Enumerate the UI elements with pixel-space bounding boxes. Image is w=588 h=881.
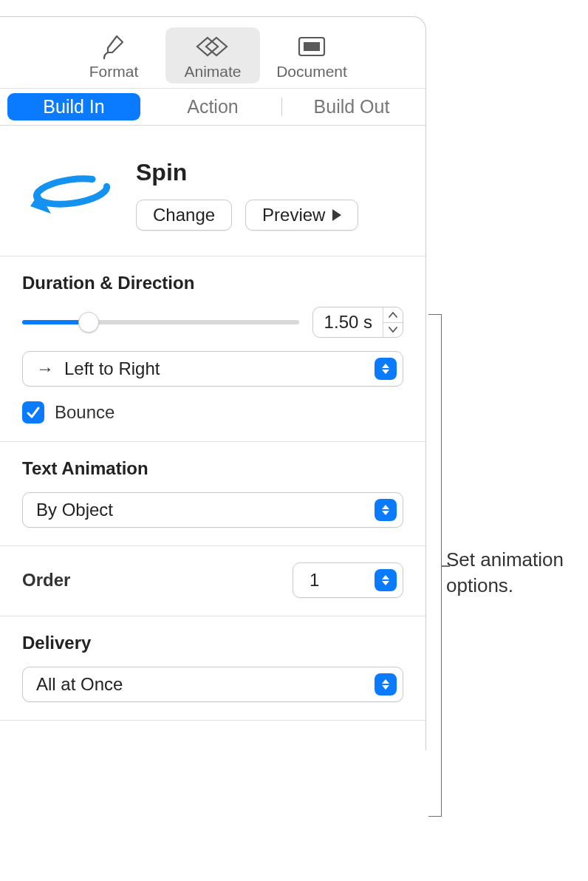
stepper-up[interactable] [383,307,403,323]
diamond-icon [165,32,260,61]
play-icon [332,209,341,221]
spin-icon [22,160,118,234]
change-button-label: Change [153,205,215,225]
text-animation-popup[interactable]: By Object [22,492,403,528]
duration-direction-section: Duration & Direction 1.50 s → [0,256,425,442]
tab-build-out[interactable]: Build Out [285,93,418,120]
bounce-checkbox[interactable] [22,401,44,424]
direction-popup[interactable]: → Left to Right [22,351,403,387]
toolbar-animate[interactable]: Animate [165,27,260,84]
duration-value: 1.50 s [313,307,383,337]
toolbar-format-label: Format [66,63,161,81]
delivery-popup[interactable]: All at Once [22,667,403,702]
duration-field[interactable]: 1.50 s [312,307,403,338]
text-animation-section: Text Animation By Object [0,442,425,546]
effect-title: Spin [136,159,403,186]
toolbar-document[interactable]: Document [264,27,359,84]
direction-value: Left to Right [64,358,364,379]
change-button[interactable]: Change [136,200,232,231]
preview-button-label: Preview [262,205,325,225]
chevron-updown-icon [375,358,397,380]
toolbar-format[interactable]: Format [66,27,161,84]
toolbar-document-label: Document [264,63,359,81]
document-icon [264,32,359,61]
order-popup[interactable]: 1 [293,562,403,598]
effect-header: Spin Change Preview [0,126,425,256]
stepper-down[interactable] [383,323,403,338]
delivery-title: Delivery [22,633,403,653]
paintbrush-icon [66,32,161,61]
chevron-updown-icon [375,569,397,591]
order-title: Order [22,570,70,591]
duration-stepper [383,307,403,337]
order-value: 1 [310,570,364,591]
arrow-right-icon: → [36,358,54,379]
preview-button[interactable]: Preview [245,200,358,231]
animation-subtabs: Build In Action Build Out [0,88,425,126]
order-section: Order 1 [0,546,425,616]
bounce-label: Bounce [55,402,114,423]
callout-bracket [428,314,442,817]
tab-action[interactable]: Action [146,93,279,120]
text-animation-value: By Object [36,500,364,520]
chevron-updown-icon [375,673,397,695]
svg-rect-1 [304,42,320,51]
inspector-toolbar: Format Animate Document [0,17,425,88]
duration-slider[interactable] [22,320,299,324]
svg-point-2 [35,174,109,208]
callout-text: Set animation options. [446,547,588,599]
duration-direction-title: Duration & Direction [22,273,403,293]
chevron-updown-icon [375,499,397,521]
toolbar-animate-label: Animate [165,63,260,81]
delivery-section: Delivery All at Once [0,616,425,721]
text-animation-title: Text Animation [22,458,403,479]
animate-panel: Format Animate Document Build In Acti [0,16,426,750]
tab-build-in[interactable]: Build In [7,93,140,120]
delivery-value: All at Once [36,674,364,695]
slider-knob[interactable] [78,312,99,333]
